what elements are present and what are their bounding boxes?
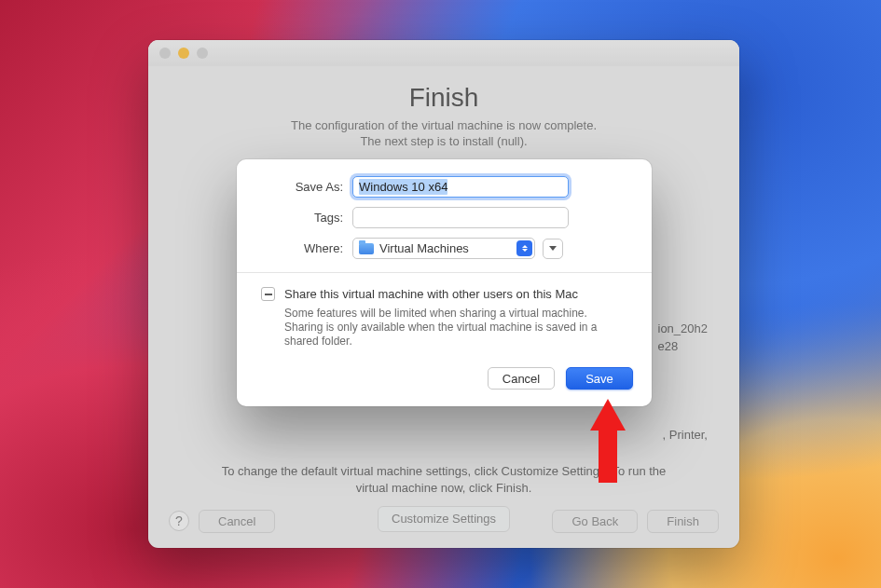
saveas-label: Save As: — [259, 180, 352, 194]
save-sheet: Save As: Windows 10 x64 Tags: Where: Vir… — [237, 159, 652, 406]
titlebar — [148, 40, 739, 66]
desktop-background: Finish The configuration of the virtual … — [0, 0, 881, 588]
folder-icon — [359, 243, 374, 254]
go-back-button[interactable]: Go Back — [552, 510, 638, 533]
help-button[interactable]: ? — [169, 511, 189, 531]
tags-label: Tags: — [259, 211, 352, 225]
page-subtitle-2: The next step is to install (null). — [176, 134, 711, 148]
share-checkbox-label: Share this virtual machine with other us… — [284, 286, 620, 302]
where-label: Where: — [259, 241, 352, 255]
where-popup[interactable]: Virtual Machines — [352, 238, 535, 259]
updown-caret-icon — [516, 240, 532, 256]
obscured-summary-text-2: , Printer, — [663, 428, 708, 442]
minimize-traffic-light[interactable] — [178, 48, 189, 59]
save-button[interactable]: Save — [566, 367, 633, 390]
tags-input[interactable] — [352, 207, 569, 228]
share-checkbox[interactable] — [261, 287, 275, 301]
page-subtitle-1: The configuration of the virtual machine… — [176, 118, 711, 132]
cancel-button[interactable]: Cancel — [488, 367, 555, 390]
finish-button[interactable]: Finish — [647, 510, 719, 533]
divider — [237, 272, 652, 273]
zoom-traffic-light[interactable] — [197, 48, 208, 59]
where-value: Virtual Machines — [379, 241, 469, 255]
close-traffic-light[interactable] — [159, 48, 171, 59]
share-note: Some features will be limited when shari… — [284, 307, 620, 349]
saveas-input[interactable]: Windows 10 x64 — [352, 176, 569, 198]
expand-browser-button[interactable] — [543, 239, 563, 259]
saveas-value: Windows 10 x64 — [359, 179, 447, 195]
chevron-down-icon — [549, 246, 557, 251]
page-title: Finish — [176, 83, 711, 113]
wizard-cancel-button[interactable]: Cancel — [199, 510, 275, 533]
obscured-summary-text: ion_20h2 e28 — [658, 320, 709, 355]
